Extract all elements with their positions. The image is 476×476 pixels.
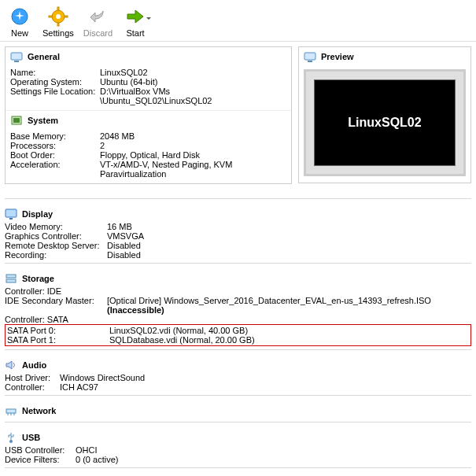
system-title: System [28, 116, 58, 125]
svg-rect-18 [6, 279, 16, 282]
usb-ctrl-value: OHCI [76, 445, 471, 455]
preview-title-label: Preview [321, 52, 354, 61]
sata-highlight-box: SATA Port 0:LinuxSQL02.vdi (Normal, 40.0… [5, 324, 471, 346]
sata1-value: SQLDatabase.vdi (Normal, 20.00 GB) [109, 335, 469, 345]
new-button[interactable]: New [3, 2, 36, 39]
svg-rect-15 [6, 209, 17, 217]
lower-sections: Display Video Memory:16 MB Graphics Cont… [0, 198, 476, 476]
audio-ctrl-key: Controller: [5, 382, 60, 392]
svg-rect-16 [9, 218, 13, 220]
display-title: Display [22, 209, 53, 219]
svg-rect-19 [6, 409, 16, 413]
sata1-key: SATA Port 1: [7, 335, 109, 345]
ide-sec-value: [Optical Drive] Windows_Server_2016_Data… [107, 296, 431, 305]
start-button[interactable]: Start [119, 2, 152, 39]
acc-key: Acceleration: [10, 160, 100, 179]
start-icon [124, 6, 146, 28]
mem-key: Base Memory: [10, 131, 100, 141]
svg-point-4 [56, 14, 61, 19]
svg-rect-7 [49, 16, 52, 17]
svg-rect-8 [65, 16, 68, 17]
new-icon [9, 6, 31, 28]
preview-panel: Preview LinuxSQL02 [298, 46, 471, 183]
os-value: Ubuntu (64-bit) [100, 77, 286, 87]
general-panel: General Name:LinuxSQL02 Operating System… [5, 46, 292, 184]
ide-sec-key: IDE Secondary Master: [5, 296, 107, 315]
controller-sata: Controller: SATA [5, 315, 471, 324]
gc-key: Graphics Controller: [5, 231, 107, 241]
discard-button[interactable]: Discard [80, 2, 116, 39]
proc-value: 2 [100, 141, 286, 150]
svg-rect-12 [13, 118, 20, 123]
toolbar: New Settings Discard Start [0, 0, 476, 42]
storage-icon [5, 272, 17, 285]
usb-ctrl-key: USB Controller: [5, 445, 76, 455]
audio-host-key: Host Driver: [5, 373, 60, 382]
boot-value: Floppy, Optical, Hard Disk [100, 150, 286, 160]
sfl-value2: \Ubuntu_SQL02\LinuxSQL02 [100, 96, 286, 105]
rec-key: Recording: [5, 250, 107, 260]
vmem-key: Video Memory: [5, 222, 107, 231]
content: General Name:LinuxSQL02 Operating System… [0, 42, 476, 195]
rec-value: Disabled [107, 250, 471, 260]
svg-rect-17 [6, 275, 16, 278]
sfl-value1: D:\VirtualBox VMs [100, 87, 286, 96]
sata0-value: LinuxSQL02.vdi (Normal, 40.00 GB) [109, 326, 469, 335]
settings-button[interactable]: Settings [39, 2, 77, 39]
rds-value: Disabled [107, 241, 471, 250]
usb-flt-key: Device Filters: [5, 455, 76, 464]
discard-icon [87, 6, 109, 28]
usb-title: USB [22, 433, 40, 442]
svg-rect-9 [11, 53, 22, 60]
ide-sec-inaccessible: (Inaccessible) [107, 305, 164, 315]
start-label: Start [126, 28, 144, 38]
settings-label: Settings [42, 28, 74, 38]
svg-rect-5 [57, 7, 59, 10]
svg-rect-13 [304, 53, 315, 60]
new-label: New [11, 28, 28, 38]
name-value: LinuxSQL02 [100, 68, 286, 77]
sfl-key: Settings File Location: [10, 87, 100, 96]
name-key: Name: [10, 68, 100, 77]
audio-title: Audio [22, 360, 46, 370]
vmem-value: 16 MB [107, 222, 471, 231]
display-icon [5, 208, 17, 220]
preview-icon [304, 50, 316, 63]
audio-host-value: Windows DirectSound [60, 373, 471, 382]
network-title: Network [22, 406, 56, 415]
preview-thumbnail[interactable]: LinuxSQL02 [304, 69, 466, 176]
os-key: Operating System: [10, 77, 100, 87]
general-title: General [28, 52, 60, 61]
general-icon [10, 50, 23, 63]
audio-ctrl-value: ICH AC97 [60, 382, 471, 392]
rds-key: Remote Desktop Server: [5, 241, 107, 250]
svg-rect-10 [14, 61, 19, 62]
gear-icon [47, 6, 69, 28]
usb-flt-value: 0 (0 active) [76, 455, 471, 464]
svg-rect-14 [308, 61, 312, 62]
discard-label: Discard [83, 28, 113, 38]
svg-rect-6 [57, 23, 59, 26]
gc-value: VMSVGA [107, 231, 471, 241]
acc-value: VT-x/AMD-V, Nested Paging, KVM Paravirtu… [100, 160, 286, 179]
boot-key: Boot Order: [10, 150, 100, 160]
storage-title: Storage [22, 274, 54, 283]
controller-ide: Controller: IDE [5, 286, 471, 296]
network-icon [5, 404, 17, 417]
usb-icon [5, 431, 17, 444]
proc-key: Processors: [10, 141, 100, 150]
preview-vmname: LinuxSQL02 [348, 116, 421, 130]
system-icon [10, 114, 23, 127]
sata0-key: SATA Port 0: [7, 326, 109, 335]
audio-icon [5, 359, 17, 371]
mem-value: 2048 MB [100, 131, 286, 141]
